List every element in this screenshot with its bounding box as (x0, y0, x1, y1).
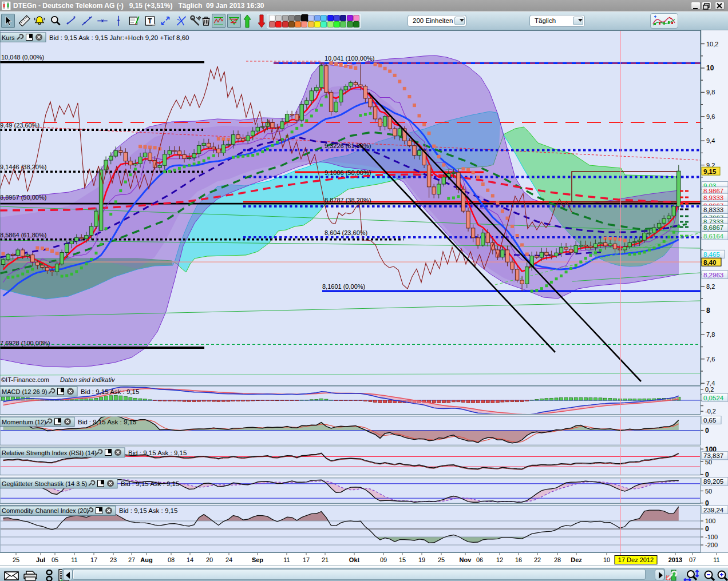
svg-text:27: 27 (128, 556, 135, 563)
svg-text:12: 12 (496, 556, 503, 563)
svg-text:MACD (12 26 9): MACD (12 26 9) (2, 388, 47, 395)
svg-text:11: 11 (283, 556, 290, 563)
svg-text:11: 11 (71, 556, 77, 563)
svg-text:17: 17 (90, 556, 97, 563)
svg-text:0,65: 0,65 (703, 417, 716, 424)
svg-text:100: 100 (705, 518, 715, 524)
svg-text:08: 08 (168, 556, 175, 563)
svg-text:89,205: 89,205 (703, 478, 723, 485)
svg-text:10: 10 (706, 64, 714, 72)
svg-text:Daten sind indikativ: Daten sind indikativ (60, 376, 116, 383)
svg-text:17 Dez 2012: 17 Dez 2012 (618, 556, 654, 563)
svg-text:239,24: 239,24 (703, 507, 724, 514)
svg-text:73,837: 73,837 (703, 452, 723, 459)
svg-text:10,2: 10,2 (706, 41, 718, 47)
svg-text:16: 16 (515, 556, 522, 563)
svg-text:11: 11 (713, 556, 719, 563)
svg-text:9,8: 9,8 (706, 89, 715, 95)
svg-text:50: 50 (705, 488, 712, 495)
svg-text:Aug: Aug (140, 556, 152, 563)
svg-text:09: 09 (380, 556, 387, 563)
svg-text:Bid : 9,15 Ask : 9,15: Bid : 9,15 Ask : 9,15 (81, 388, 139, 395)
svg-text:25: 25 (13, 556, 19, 563)
svg-text:-100: -100 (705, 534, 718, 540)
svg-text:-0,2: -0,2 (705, 408, 716, 415)
svg-text:0: 0 (705, 427, 709, 435)
svg-text:24: 24 (225, 556, 232, 563)
svg-text:8,9333: 8,9333 (703, 194, 723, 201)
svg-text:20: 20 (206, 556, 213, 563)
svg-text:10,041 (100,00%): 10,041 (100,00%) (325, 55, 374, 62)
svg-text:T: T (148, 17, 152, 25)
svg-text:17: 17 (303, 556, 310, 563)
svg-text:15: 15 (399, 556, 406, 563)
svg-text:8,1601 (0,00%): 8,1601 (0,00%) (322, 283, 365, 290)
svg-text:9,1446 (38,20%): 9,1446 (38,20%) (0, 164, 46, 170)
svg-text:Jul: Jul (36, 556, 45, 563)
svg-text:0,2: 0,2 (705, 386, 714, 393)
svg-text:19: 19 (418, 556, 425, 563)
svg-text:9,15: 9,15 (703, 168, 717, 175)
svg-text:Bid : 9,15 Ask : 9,15 Jahr:+Ho: Bid : 9,15 Ask : 9,15 Jahr:+Hoch 9,20 +T… (49, 34, 189, 41)
svg-text:8,465: 8,465 (703, 251, 720, 258)
svg-text:9,6: 9,6 (706, 113, 715, 120)
svg-text:9,1006 (50,00%): 9,1006 (50,00%) (325, 169, 371, 176)
svg-text:21: 21 (322, 556, 329, 563)
svg-text:10,048 (0,00%): 10,048 (0,00%) (1, 54, 44, 61)
svg-text:Relative Strength Index (RSI): Relative Strength Index (RSI) (14) (2, 449, 97, 456)
svg-text:8,5864 (61,80%): 8,5864 (61,80%) (0, 232, 46, 238)
svg-text:8,8787 (38,20%): 8,8787 (38,20%) (325, 197, 371, 204)
svg-text:8,604 (23,60%): 8,604 (23,60%) (325, 229, 367, 236)
svg-text:Sep: Sep (252, 556, 263, 563)
svg-text:8,6164: 8,6164 (703, 233, 724, 240)
svg-text:Dez: Dez (571, 556, 582, 563)
svg-text:9,4: 9,4 (706, 137, 715, 144)
svg-text:7,8: 7,8 (706, 331, 715, 338)
svg-text:Nov: Nov (460, 556, 472, 563)
svg-text:8: 8 (706, 307, 710, 315)
svg-text:06: 06 (476, 556, 483, 563)
svg-text:25: 25 (438, 556, 445, 563)
svg-text:Bid : 9,15 Ask : 9,15: Bid : 9,15 Ask : 9,15 (121, 480, 179, 487)
svg-text:0: 0 (705, 525, 709, 533)
svg-text:07: 07 (689, 556, 696, 563)
svg-text:7,6: 7,6 (706, 356, 715, 363)
svg-text:22: 22 (534, 556, 541, 563)
svg-text:7,6928 (100,00%): 7,6928 (100,00%) (0, 340, 50, 347)
svg-text:14: 14 (187, 556, 193, 563)
svg-text:8,8333: 8,8333 (703, 206, 723, 213)
svg-text:Bid : 9,15 Ask : 9,15: Bid : 9,15 Ask : 9,15 (78, 419, 136, 425)
svg-text:9,3226 (61,80%): 9,3226 (61,80%) (325, 142, 371, 149)
svg-text:Bid : 9,15 Ask : 9,15: Bid : 9,15 Ask : 9,15 (128, 449, 187, 456)
svg-text:8,2963: 8,2963 (703, 272, 723, 278)
svg-text:-200: -200 (705, 542, 718, 548)
svg-text:Kurs: Kurs (2, 34, 15, 41)
svg-text:28: 28 (554, 556, 561, 563)
svg-text:Commodity Channel Index (20): Commodity Channel Index (20) (2, 507, 89, 514)
svg-text:0,0524: 0,0524 (703, 395, 724, 401)
svg-text:Momentum (12): Momentum (12) (2, 419, 46, 425)
svg-text:Geglätteter Stochastik (14 3 5: Geglätteter Stochastik (14 3 5) (2, 480, 87, 487)
svg-text:8,40: 8,40 (703, 259, 716, 266)
svg-text:05: 05 (52, 556, 58, 563)
svg-text:8,8957 (50,00%): 8,8957 (50,00%) (0, 194, 46, 201)
svg-text:Bid : 9,15 Ask : 9,15: Bid : 9,15 Ask : 9,15 (119, 507, 177, 514)
svg-text:23: 23 (110, 556, 117, 563)
svg-text:Okt: Okt (349, 556, 360, 563)
svg-text:8,6867: 8,6867 (703, 224, 723, 231)
svg-text:9,49 (23,60%): 9,49 (23,60%) (0, 122, 39, 129)
svg-text:10: 10 (603, 556, 610, 563)
svg-text:8,2: 8,2 (706, 283, 715, 290)
svg-text:2013: 2013 (668, 556, 682, 563)
svg-text:©IT-Finance.com: ©IT-Finance.com (1, 376, 49, 383)
